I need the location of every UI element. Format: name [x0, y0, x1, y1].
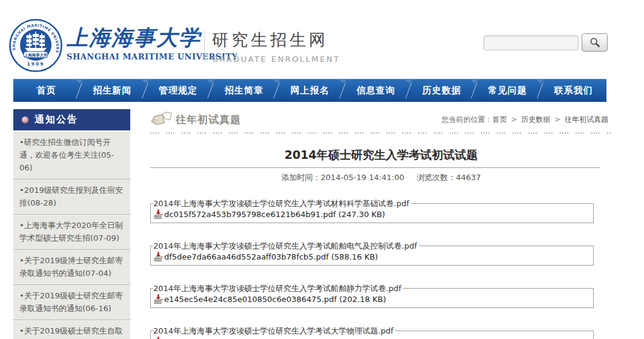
notice-list-item[interactable]: •关于2019级硕士研究生邮寄录取通知书的通知(06-16) [13, 285, 130, 320]
nav-item-label[interactable]: 招生简章 [225, 85, 264, 96]
attachment-box: 2014年上海海事大学攻读硕士学位研究生入学考试大学物理试题.pdf [150, 326, 594, 339]
notice-list: •研究生招生微信订阅号开通，欢迎各位考生关注(05-06) •2019级研究生报… [13, 130, 130, 339]
bullet-dot-icon [22, 116, 28, 123]
breadcrumb-prefix: 您当前的位置： [442, 115, 493, 124]
nav-list: 首页 招生新闻 管理规定 招生简章 网上报名 信息 [13, 79, 606, 102]
breadcrumb-item: 往年初试真题 [565, 115, 612, 124]
nav-item-label[interactable]: 首页 [36, 85, 56, 96]
attachment-item: 2014年上海海事大学攻读硕士学位研究生入学考试材料科学基础试卷.pdf dc0… [150, 199, 594, 223]
breadcrumb-item: 历史数据 > [521, 115, 565, 124]
attachment-box: 2014年上海海事大学攻读硕士学位研究生入学考试船舶电气及控制试卷.pdf df… [150, 241, 594, 266]
nav-item-label[interactable]: 招生新闻 [93, 85, 131, 96]
article-meta: 添加时间：2014-05-19 14:41:00 浏览次数：44637 [150, 172, 612, 183]
notice-link[interactable]: •关于2019级硕士研究生自取录取通知书的通知（仅(06-14) [19, 326, 123, 339]
attachment-file-link[interactable]: df5dee7da66aa46d552aaff03b78fcb5.pdf (58… [164, 252, 378, 261]
notice-link[interactable]: •关于2019级硕士研究生邮寄录取通知书的通知(06-16) [19, 291, 123, 313]
attachment-title: 2014年上海海事大学攻读硕士学位研究生入学考试材料科学基础试卷.pdf [153, 199, 411, 208]
attachment-box: 2014年上海海事大学攻读硕士学位研究生入学考试船舶静力学试卷.pdf e145… [150, 284, 594, 308]
nav-item[interactable]: 历史数据 [409, 79, 475, 102]
attachment-file-row: e145ec5e4e24c85e010850c6e0386475.pdf (20… [153, 294, 589, 304]
breadcrumb-separator: > [507, 115, 522, 124]
sidebar-title: 通知公告 [35, 113, 78, 126]
breadcrumb-link[interactable]: 历史数据 [521, 115, 550, 124]
attachment-file-row: dc015f572a453b795798ce6121b64b91.pdf (24… [153, 209, 589, 220]
notice-list-item[interactable]: •研究生招生微信订阅号开通，欢迎各位考生关注(05-06) [13, 132, 130, 180]
site-title-en: GRADUATE ENROLLMENT [212, 55, 340, 64]
sidebar-header: 通知公告 [13, 109, 130, 130]
attachment-file-row: df5dee7da66aa46d552aaff03b78fcb5.pdf (58… [153, 252, 589, 262]
search-input[interactable] [483, 35, 579, 50]
page: SHANGHAI MARITIME UNIVERSITY 上海海事大学 1909… [0, 0, 644, 339]
header: SHANGHAI MARITIME UNIVERSITY 上海海事大学 1909… [0, 0, 644, 79]
attachment-item: 2014年上海海事大学攻读硕士学位研究生入学考试大学物理试题.pdf [150, 326, 594, 339]
attachment-file-row [153, 337, 589, 339]
breadcrumb-link[interactable]: 首页 [493, 115, 507, 124]
notice-list-item[interactable]: •上海海事大学2020年全日制学术型硕士研究生招(07-09) [13, 215, 130, 250]
article-added-time: 添加时间：2014-05-19 14:41:00 [281, 173, 404, 182]
breadcrumb-link[interactable]: 往年初试真题 [565, 115, 608, 124]
nav-item-label[interactable]: 管理规定 [159, 85, 198, 96]
sidebar-notices: 通知公告 •研究生招生微信订阅号开通，欢迎各位考生关注(05-06) •2019… [13, 109, 130, 339]
attachment-title: 2014年上海海事大学攻读硕士学位研究生入学考试船舶电气及控制试卷.pdf [153, 241, 419, 250]
nav-item-label[interactable]: 常见问题 [488, 85, 527, 96]
notice-link[interactable]: •研究生招生微信订阅号开通，欢迎各位考生关注(05-06) [19, 138, 114, 172]
seal-year-text: 1909 [27, 61, 45, 67]
nav-item-label[interactable]: 网上报名 [291, 85, 330, 96]
seal-banner-text: 上海海事大学 [24, 53, 48, 58]
site-title-block: 研究生招生网 GRADUATE ENROLLMENT [212, 29, 340, 64]
attachment-box: 2014年上海海事大学攻读硕士学位研究生入学考试材料科学基础试卷.pdf dc0… [150, 199, 594, 223]
nav-item[interactable]: 招生新闻 [79, 79, 145, 102]
nav-item-label[interactable]: 联系我们 [554, 85, 593, 96]
notice-list-item[interactable]: •2019级研究生报到及住宿安排(08-28) [13, 180, 130, 215]
attachment-file-link[interactable]: e145ec5e4e24c85e010850c6e0386475.pdf (20… [164, 295, 386, 304]
university-name-cn: 上海海事大学 [67, 24, 203, 51]
download-icon [153, 252, 164, 262]
university-seal-logo: SHANGHAI MARITIME UNIVERSITY 上海海事大学 1909 [8, 18, 63, 73]
download-icon [153, 337, 164, 339]
attachment-list: 2014年上海海事大学攻读硕士学位研究生入学考试材料科学基础试卷.pdf dc0… [150, 199, 594, 339]
nav-item[interactable]: 首页 [13, 79, 79, 102]
download-icon [153, 209, 164, 220]
download-icon [153, 294, 164, 304]
notice-link[interactable]: •上海海事大学2020年全日制学术型硕士研究生招(07-09) [19, 221, 123, 243]
site-title-cn: 研究生招生网 [212, 29, 340, 51]
university-name-block: 上海海事大学 SHANGHAI MARITIME UNIVERSITY [67, 24, 203, 61]
header-divider [204, 30, 205, 62]
nav-item[interactable]: 信息查询 [343, 79, 409, 102]
main-nav: 首页 招生新闻 管理规定 招生简章 网上报名 信息 [13, 79, 606, 102]
attachment-file-link[interactable]: dc015f572a453b795798ce6121b64b91.pdf (24… [164, 210, 385, 219]
search-icon [589, 37, 600, 48]
notice-list-item[interactable]: •关于2019级硕士研究生自取录取通知书的通知（仅(06-14) [13, 320, 130, 339]
section-title: 往年初试真题 [176, 113, 241, 127]
search-button[interactable] [582, 33, 608, 52]
nav-item[interactable]: 招生简章 [211, 79, 277, 102]
nav-item-label[interactable]: 信息查询 [356, 85, 395, 96]
breadcrumb-separator [608, 115, 612, 124]
tags-icon [150, 112, 172, 127]
notice-link[interactable]: •2019级研究生报到及住宿安排(08-28) [19, 186, 123, 207]
attachment-title: 2014年上海海事大学攻读硕士学位研究生入学考试船舶静力学试卷.pdf [153, 284, 403, 293]
attachment-item: 2014年上海海事大学攻读硕士学位研究生入学考试船舶静力学试卷.pdf e145… [150, 284, 594, 308]
nav-item[interactable]: 联系我们 [540, 79, 606, 102]
main-content: 往年初试真题 您当前的位置：首页 > 历史数据 > 往年初试真题 2014年硕士… [150, 112, 612, 339]
nav-item[interactable]: 管理规定 [145, 79, 211, 102]
nav-item-label[interactable]: 历史数据 [422, 85, 461, 96]
breadcrumb: 您当前的位置：首页 > 历史数据 > 往年初试真题 [442, 115, 612, 125]
notice-link[interactable]: •关于2019级博士研究生邮寄录取通知书的通知(07-04) [19, 256, 123, 278]
attachment-item: 2014年上海海事大学攻读硕士学位研究生入学考试船舶电气及控制试卷.pdf df… [150, 241, 594, 266]
nav-item[interactable]: 常见问题 [474, 79, 540, 102]
notice-list-item[interactable]: •关于2019级博士研究生邮寄录取通知书的通知(07-04) [13, 250, 130, 285]
article-view-count: 浏览次数：44637 [416, 173, 480, 182]
section-header: 往年初试真题 您当前的位置：首页 > 历史数据 > 往年初试真题 [150, 112, 612, 127]
nav-item[interactable]: 网上报名 [277, 79, 343, 102]
title-rule [150, 167, 600, 168]
dashed-divider [150, 132, 612, 134]
attachment-title: 2014年上海海事大学攻读硕士学位研究生入学考试大学物理试题.pdf [153, 326, 395, 335]
university-name-en: SHANGHAI MARITIME UNIVERSITY [67, 52, 203, 61]
article-title: 2014年硕士研究生入学考试初试试题 [150, 147, 612, 163]
breadcrumb-items: 首页 > 历史数据 > 往年初试真题 [493, 115, 612, 124]
breadcrumb-item: 首页 > [493, 115, 522, 124]
breadcrumb-separator: > [550, 115, 565, 124]
